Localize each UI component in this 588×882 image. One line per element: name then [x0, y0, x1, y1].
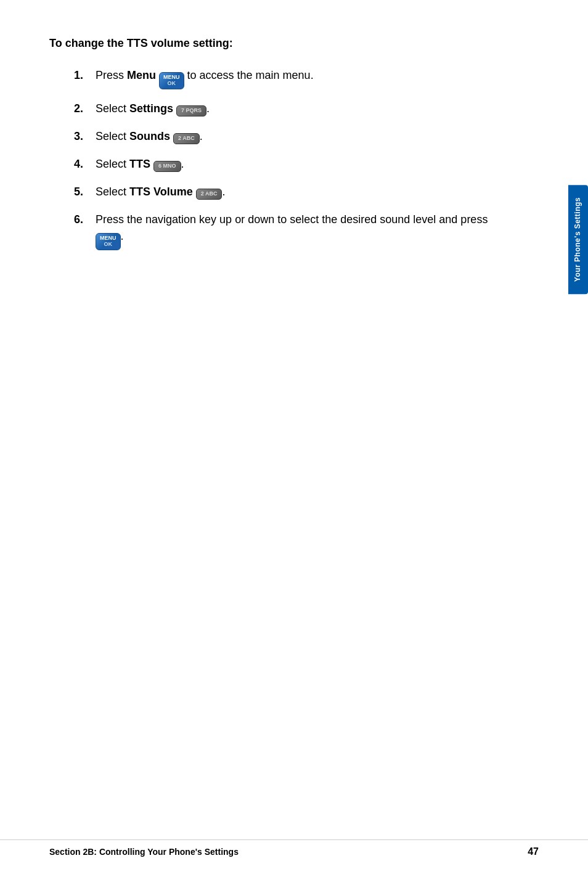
step-6-text-after: . — [121, 230, 124, 242]
step-2-bold: Settings — [129, 102, 173, 115]
menu-key-1: MENUOK — [159, 72, 184, 89]
step-3-text-before: Select — [96, 130, 129, 142]
step-5-content: Select TTS Volume 2 ABC. — [96, 184, 505, 200]
menu-key-6: MENUOK — [96, 233, 121, 250]
step-2-number: 2. — [74, 100, 96, 117]
step-2-content: Select Settings 7 PQRS. — [96, 100, 505, 117]
step-1-text-before: Press — [96, 69, 127, 81]
step-1-content: Press Menu MENUOK to access the main men… — [96, 67, 505, 89]
side-tab: Your Phone's Settings — [568, 185, 588, 294]
step-3-text-after: . — [200, 130, 203, 142]
step-4-content: Select TTS 6 MNO. — [96, 156, 505, 173]
step-4-number: 4. — [74, 156, 96, 173]
step-6-content: Press the navigation key up or down to s… — [96, 211, 505, 250]
step-2-text-before: Select — [96, 102, 129, 115]
step-6: 6. Press the navigation key up or down t… — [74, 211, 505, 250]
key-bottom-6: OK — [104, 242, 113, 248]
section-heading: To change the TTS volume setting: — [49, 37, 505, 50]
gray-key-2: 7 PQRS — [176, 105, 206, 116]
step-1: 1. Press Menu MENUOK to access the main … — [74, 67, 505, 89]
step-1-text-after: to access the main menu. — [184, 69, 314, 81]
step-3-bold: Sounds — [129, 130, 170, 142]
step-3-number: 3. — [74, 128, 96, 145]
step-2: 2. Select Settings 7 PQRS. — [74, 100, 505, 117]
step-4: 4. Select TTS 6 MNO. — [74, 156, 505, 173]
key-top-4: 6 MNO — [158, 163, 176, 169]
key-top-2: 7 PQRS — [181, 108, 202, 114]
step-5-text-after: . — [222, 186, 225, 198]
step-4-bold: TTS — [129, 158, 150, 170]
footer-page-number: 47 — [528, 846, 539, 857]
step-1-bold: Menu — [127, 69, 156, 81]
page-footer: Section 2B: Controlling Your Phone's Set… — [0, 839, 588, 857]
step-4-text-before: Select — [96, 158, 129, 170]
footer-section-label: Section 2B: Controlling Your Phone's Set… — [49, 847, 239, 857]
step-3-content: Select Sounds 2 ABC. — [96, 128, 505, 145]
step-5: 5. Select TTS Volume 2 ABC. — [74, 184, 505, 200]
step-1-number: 1. — [74, 67, 96, 84]
steps-list: 1. Press Menu MENUOK to access the main … — [49, 67, 505, 250]
key-bottom-1: OK — [168, 81, 176, 87]
gray-key-4: 6 MNO — [153, 161, 181, 172]
step-5-text-before: Select — [96, 186, 129, 198]
step-5-bold: TTS Volume — [129, 186, 193, 198]
step-6-text-before: Press the navigation key up or down to s… — [96, 213, 488, 226]
gray-key-5: 2 ABC — [196, 189, 223, 200]
step-3: 3. Select Sounds 2 ABC. — [74, 128, 505, 145]
gray-key-3: 2 ABC — [173, 133, 200, 144]
page-content: To change the TTS volume setting: 1. Pre… — [0, 0, 555, 298]
key-top-5: 2 ABC — [201, 191, 218, 197]
key-top-3: 2 ABC — [178, 136, 195, 142]
step-4-text-after: . — [181, 158, 184, 170]
step-2-text-after: . — [206, 102, 210, 115]
step-6-number: 6. — [74, 211, 96, 228]
step-5-number: 5. — [74, 184, 96, 200]
